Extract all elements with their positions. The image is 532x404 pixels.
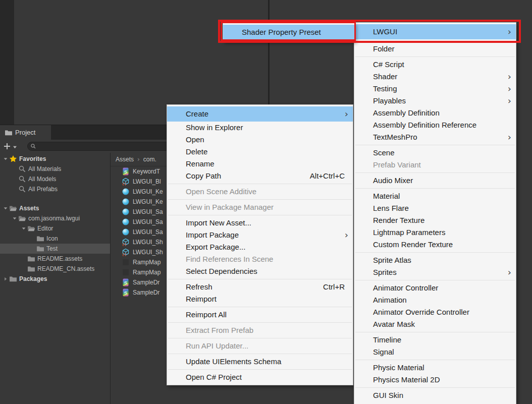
tree-item-editor[interactable]: Editor	[0, 223, 110, 234]
menu-item-avatar-mask[interactable]: Avatar Mask	[354, 318, 516, 330]
triangle-down-icon[interactable]	[2, 205, 9, 212]
menu-item-timeline[interactable]: Timeline	[354, 334, 516, 346]
menu-item-textmeshpro[interactable]: TextMeshPro›	[354, 131, 516, 143]
menu-item-label: Avatar Mask	[373, 320, 415, 328]
menu-item-physic-material[interactable]: Physic Material	[354, 362, 516, 374]
unity-editor: Project FavoritesAll MaterialsAll Models…	[0, 0, 532, 404]
arrow-spacer	[11, 186, 18, 193]
menu-item-animator-controller[interactable]: Animator Controller	[354, 282, 516, 294]
menu-item-import-new-asset[interactable]: Import New Asset...	[167, 217, 353, 229]
menu-item-rename[interactable]: Rename	[167, 158, 353, 170]
menu-item-render-texture[interactable]: Render Texture	[354, 214, 516, 226]
folder-icon	[27, 255, 35, 263]
breadcrumb-current[interactable]: com.	[143, 156, 156, 163]
menu-item-label: Find References In Scene	[186, 255, 273, 263]
menu-separator	[355, 280, 515, 280]
tree-item-com-jasonma-lwgui[interactable]: com.jasonma.lwgui	[0, 213, 110, 223]
menu-item-shader[interactable]: Shader›	[354, 71, 516, 83]
tree-item-test[interactable]: Test	[0, 244, 110, 254]
menu-item-signal[interactable]: Signal	[354, 346, 516, 358]
menu-item-find-references-in-scene: Find References In Scene	[167, 253, 353, 265]
menu-separator	[168, 279, 352, 279]
breadcrumb-root[interactable]: Assets	[116, 156, 134, 163]
tab-project[interactable]: Project	[0, 125, 51, 140]
menu-item-label: Delete	[186, 147, 207, 156]
menu-item-sprites[interactable]: Sprites›	[354, 266, 516, 278]
menu-item-audio-mixer[interactable]: Audio Mixer	[354, 175, 516, 187]
add-button[interactable]	[3, 142, 12, 151]
submenu-chevron-icon: ›	[508, 83, 511, 95]
menu-item-label: Custom Render Texture	[373, 240, 453, 249]
menu-item-gui-skin[interactable]: GUI Skin	[354, 389, 516, 401]
menu-item-testing[interactable]: Testing›	[354, 83, 516, 95]
menu-item-custom-font[interactable]: Custom Font	[354, 401, 516, 404]
shader-icon: {}	[122, 178, 130, 186]
shortcut-label: Ctrl+R	[323, 281, 345, 293]
menu-item-lens-flare[interactable]: Lens Flare	[354, 202, 516, 214]
menu-item-animation[interactable]: Animation	[354, 294, 516, 306]
menu-separator	[355, 145, 515, 145]
menu-item-folder[interactable]: Folder	[354, 43, 516, 55]
menu-item-label: Run API Updater...	[186, 341, 248, 350]
menu-item-material[interactable]: Material	[354, 190, 516, 202]
menu-item-assembly-definition-reference[interactable]: Assembly Definition Reference	[354, 119, 516, 131]
dropdown-caret-icon[interactable]	[12, 145, 17, 149]
menu-item-label: Playables	[373, 96, 406, 105]
menu-separator	[168, 369, 352, 370]
menu-item-create[interactable]: Create›	[167, 106, 353, 122]
blank-icon	[122, 258, 130, 266]
tree-spacer	[0, 194, 110, 203]
tree-item-packages[interactable]: Packages	[0, 274, 110, 284]
tree-item-icon[interactable]: Icon	[0, 234, 110, 244]
menu-item-label: Physics Material 2D	[373, 375, 440, 384]
star-icon	[9, 155, 17, 163]
tree-item-label: Packages	[19, 275, 47, 282]
folder-open-icon	[27, 224, 35, 233]
menu-item-assembly-definition[interactable]: Assembly Definition	[354, 107, 516, 119]
menu-item-label: Folder	[373, 44, 395, 53]
triangle-down-icon[interactable]	[20, 225, 27, 232]
menu-item-update-uielements-schema[interactable]: Update UIElements Schema	[167, 356, 353, 368]
menu-item-animator-override-controller[interactable]: Animator Override Controller	[354, 306, 516, 318]
triangle-down-icon[interactable]	[2, 155, 9, 162]
menu-item-open[interactable]: Open	[167, 134, 353, 146]
menu-item-reimport-all[interactable]: Reimport All	[167, 309, 353, 321]
tree-item-all-prefabs[interactable]: All Prefabs	[0, 184, 110, 194]
tree-item-readme-assets[interactable]: README.assets	[0, 254, 110, 264]
menu-item-sprite-atlas[interactable]: Sprite Atlas	[354, 254, 516, 266]
tree-item-readme-cn-assets[interactable]: README_CN.assets	[0, 264, 110, 274]
tree-item-all-models[interactable]: All Models	[0, 174, 110, 184]
menu-item-label: Sprite Atlas	[373, 256, 411, 264]
menu-item-show-in-explorer[interactable]: Show in Explorer	[167, 122, 353, 134]
triangle-down-icon[interactable]	[11, 215, 18, 222]
menu-item-lightmap-parameters[interactable]: Lightmap Parameters	[354, 226, 516, 239]
menu-item-run-api-updater: Run API Updater...	[167, 340, 353, 352]
menu-item-label: Signal	[373, 348, 394, 356]
tree-item-all-materials[interactable]: All Materials	[0, 164, 110, 174]
menu-item-refresh[interactable]: RefreshCtrl+R	[167, 281, 353, 293]
tree-item-assets[interactable]: Assets	[0, 203, 110, 213]
menu-item-label: Open Scene Additive	[186, 187, 256, 196]
menu-separator	[168, 354, 352, 354]
asset-item-label: LWGUI_Bl	[133, 178, 161, 185]
menu-item-delete[interactable]: Delete	[167, 146, 353, 158]
menu-item-playables[interactable]: Playables›	[354, 95, 516, 107]
menu-item-export-package[interactable]: Export Package...	[167, 241, 353, 253]
script-icon: S	[122, 167, 130, 176]
tree-item-favorites[interactable]: Favorites	[0, 154, 110, 164]
asset-item-label: LWGUI_Sh	[133, 239, 163, 246]
script-icon: S	[122, 288, 130, 297]
menu-item-label: C# Script	[373, 60, 404, 69]
menu-item-scene[interactable]: Scene	[354, 147, 516, 159]
menu-item-copy-path[interactable]: Copy PathAlt+Ctrl+C	[167, 170, 353, 182]
menu-item-custom-render-texture[interactable]: Custom Render Texture	[354, 239, 516, 251]
menu-item-reimport[interactable]: Reimport	[167, 293, 353, 305]
triangle-right-icon[interactable]	[2, 275, 9, 282]
menu-item-select-dependencies[interactable]: Select Dependencies	[167, 265, 353, 277]
menu-item-import-package[interactable]: Import Package›	[167, 229, 353, 241]
asset-item-label: LWGUI_Ke	[133, 188, 163, 195]
menu-item-open-c-project[interactable]: Open C# Project	[167, 371, 353, 383]
menu-item-physics-material-2d[interactable]: Physics Material 2D	[354, 374, 516, 386]
tree-item-label: All Prefabs	[28, 186, 58, 193]
menu-item-c-script[interactable]: C# Script	[354, 59, 516, 71]
